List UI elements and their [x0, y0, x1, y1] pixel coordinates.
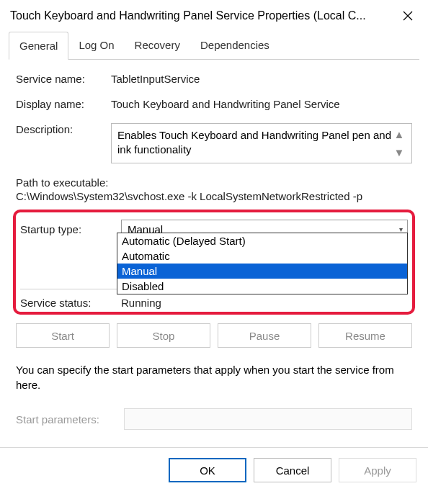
close-button[interactable]: [388, 0, 428, 32]
scroll-up-icon: ▲: [394, 128, 405, 140]
tab-bar: General Log On Recovery Dependencies: [9, 32, 419, 60]
display-name-label: Display name:: [16, 98, 111, 110]
service-status-value: Running: [121, 297, 408, 309]
start-parameters-input: [124, 408, 412, 430]
display-name-row: Display name: Touch Keyboard and Handwri…: [16, 98, 412, 110]
option-automatic-delayed[interactable]: Automatic (Delayed Start): [117, 233, 407, 248]
service-status-label: Service status:: [20, 297, 121, 309]
start-parameters-label: Start parameters:: [16, 413, 124, 426]
scroll-down-icon: ▼: [394, 146, 405, 158]
path-block: Path to executable: C:\Windows\System32\…: [16, 176, 412, 202]
startup-type-dropdown: Automatic (Delayed Start) Automatic Manu…: [117, 233, 408, 294]
start-parameters-row: Start parameters:: [16, 408, 412, 430]
option-disabled[interactable]: Disabled: [117, 279, 407, 294]
description-label: Description:: [16, 123, 111, 163]
window-title: Touch Keyboard and Handwriting Panel Ser…: [10, 9, 388, 22]
option-manual[interactable]: Manual: [117, 264, 407, 279]
ok-button[interactable]: OK: [169, 458, 246, 482]
close-icon: [403, 11, 413, 21]
dialog-button-row: OK Cancel Apply: [9, 448, 419, 482]
startup-highlight: Startup type: Manual ▾ Automatic (Delaye…: [13, 210, 415, 315]
display-name-value: Touch Keyboard and Handwriting Panel Ser…: [111, 98, 412, 110]
path-value: C:\Windows\System32\svchost.exe -k Local…: [16, 190, 412, 202]
titlebar: Touch Keyboard and Handwriting Panel Ser…: [0, 0, 428, 32]
chevron-down-icon: ▾: [399, 225, 403, 233]
service-status-row: Service status: Running: [20, 297, 408, 309]
description-row: Description: Enables Touch Keyboard and …: [16, 123, 412, 163]
option-automatic[interactable]: Automatic: [117, 248, 407, 264]
description-scrollbar[interactable]: ▲ ▼: [393, 128, 406, 158]
resume-button[interactable]: Resume: [318, 323, 412, 348]
description-text: Enables Touch Keyboard and Handwriting P…: [117, 128, 393, 158]
tab-dependencies[interactable]: Dependencies: [190, 32, 280, 59]
pause-button[interactable]: Pause: [218, 323, 311, 348]
startup-type-label: Startup type:: [20, 223, 121, 235]
service-name-value: TabletInputService: [111, 73, 412, 85]
dialog-content: General Log On Recovery Dependencies Ser…: [0, 32, 428, 482]
tab-logon[interactable]: Log On: [68, 32, 124, 59]
hint-text: You can specify the start parameters tha…: [16, 362, 412, 392]
properties-dialog: Touch Keyboard and Handwriting Panel Ser…: [0, 0, 428, 504]
stop-button[interactable]: Stop: [117, 323, 210, 348]
tab-general[interactable]: General: [9, 32, 68, 60]
general-panel: Service name: TabletInputService Display…: [9, 60, 419, 430]
description-box: Enables Touch Keyboard and Handwriting P…: [111, 123, 412, 163]
start-button[interactable]: Start: [16, 323, 110, 348]
apply-button[interactable]: Apply: [339, 458, 416, 482]
service-name-label: Service name:: [16, 73, 111, 85]
cancel-button[interactable]: Cancel: [254, 458, 331, 482]
service-name-row: Service name: TabletInputService: [16, 73, 412, 85]
path-label: Path to executable:: [16, 176, 412, 189]
service-control-buttons: Start Stop Pause Resume: [16, 323, 412, 348]
tab-recovery[interactable]: Recovery: [125, 32, 190, 59]
